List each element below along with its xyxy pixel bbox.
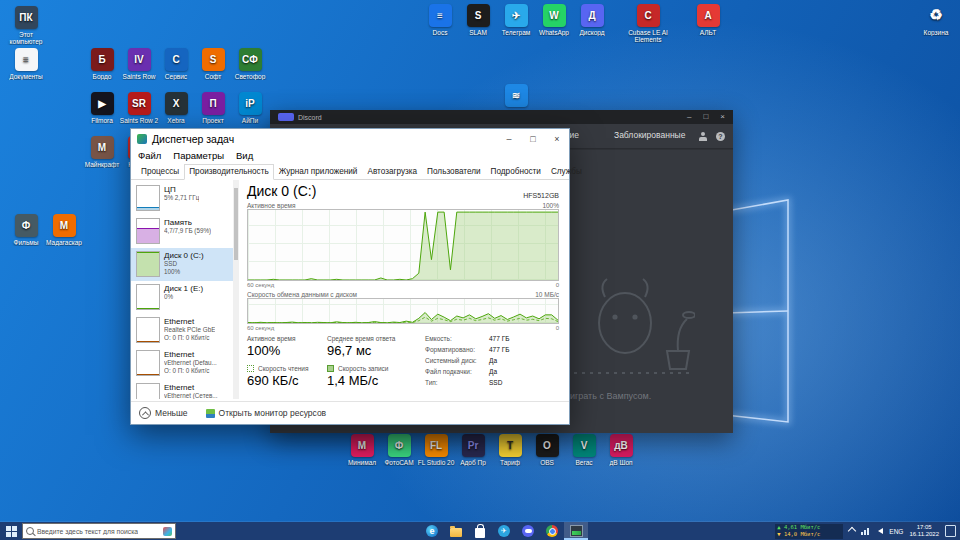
desktop-icon-label: Этот компьютер bbox=[6, 31, 46, 45]
search-highlights-icon[interactable] bbox=[163, 527, 172, 536]
tab[interactable]: Журнал приложений bbox=[274, 164, 363, 180]
desktop-icon[interactable]: Д Дискорд bbox=[572, 4, 612, 36]
desktop-icon[interactable]: S Софт bbox=[193, 48, 233, 80]
discord-toolbar-tab[interactable]: Заблокированные bbox=[614, 130, 685, 140]
detail-value: 477 ГБ bbox=[489, 335, 509, 342]
desktop-icon[interactable]: М Мадагаскар bbox=[44, 214, 84, 246]
desktop-icon[interactable]: ≡ Документы bbox=[6, 48, 46, 80]
start-button[interactable] bbox=[0, 522, 22, 540]
desktop-icon[interactable]: IV Saints Row bbox=[119, 48, 159, 80]
desktop-icon-label: Светофор bbox=[230, 73, 270, 80]
taskbar-app[interactable] bbox=[516, 522, 540, 540]
desktop-icon[interactable]: FL FL Studio 20 bbox=[416, 434, 456, 466]
desktop-icon[interactable]: М Майнкрафт bbox=[82, 136, 122, 168]
desktop-icon[interactable]: W WhatsApp bbox=[534, 4, 574, 36]
desktop-icon-image: М bbox=[53, 214, 76, 237]
tab-bar: Процессы Производительность Журнал прило… bbox=[131, 164, 569, 180]
action-center-icon[interactable] bbox=[945, 525, 956, 537]
desktop-icon[interactable]: Pr Адоб Пр bbox=[453, 434, 493, 466]
resource-detail: 100% bbox=[164, 268, 204, 276]
desktop-icon-glyph: V bbox=[581, 440, 588, 451]
desktop-icon[interactable]: SR Saints Row 2 bbox=[119, 92, 159, 124]
mini-graph bbox=[136, 218, 160, 244]
desktop-icon[interactable]: ПК Этот компьютер bbox=[6, 6, 46, 45]
close-icon[interactable]: × bbox=[545, 129, 569, 149]
new-group-icon[interactable] bbox=[698, 132, 708, 141]
discord-titlebar[interactable]: Discord – □ × bbox=[270, 110, 733, 124]
taskbar-app[interactable] bbox=[540, 522, 564, 540]
desktop-icon[interactable]: M Минимал bbox=[342, 434, 382, 466]
desktop-icon-label: Saints Row bbox=[119, 73, 159, 80]
window-title: Диспетчер задач bbox=[152, 133, 234, 145]
open-resource-monitor-link[interactable]: Открыть монитор ресурсов bbox=[206, 408, 327, 418]
desktop-icon[interactable]: дВ дВ Шоп bbox=[601, 434, 641, 466]
minimize-icon[interactable]: – bbox=[687, 113, 691, 121]
maximize-icon[interactable]: □ bbox=[521, 129, 545, 149]
sidebar-resource-item[interactable]: ЦП 5% 2,71 ГГц bbox=[131, 182, 239, 215]
tab[interactable]: Автозагрузка bbox=[362, 164, 422, 180]
desktop-icon-glyph: А bbox=[704, 10, 711, 21]
taskbar-app[interactable] bbox=[468, 522, 492, 540]
tab[interactable]: Подробности bbox=[486, 164, 546, 180]
desktop-icon[interactable]: ≡ Docs bbox=[420, 4, 460, 36]
menu-item[interactable]: Файл bbox=[138, 150, 161, 161]
clock[interactable]: 17:05 16.11.2022 bbox=[909, 524, 939, 538]
volume-icon[interactable] bbox=[875, 528, 883, 534]
legend-icon bbox=[327, 365, 334, 372]
desktop-icon[interactable]: ▶ Filmora bbox=[82, 92, 122, 124]
desktop-icon[interactable]: Ф Фильмы bbox=[6, 214, 46, 246]
sidebar-resource-item[interactable]: Диск 1 (E:) 0% bbox=[131, 281, 239, 314]
menu-item[interactable]: Параметры bbox=[173, 150, 224, 161]
desktop-icon-label: Телеграм bbox=[496, 29, 536, 36]
minimize-icon[interactable]: – bbox=[497, 129, 521, 149]
desktop-icon[interactable]: V Вегас bbox=[564, 434, 604, 466]
desktop-icon[interactable]: C Cubase LE AI Elements bbox=[628, 4, 668, 43]
sidebar-resource-item[interactable]: Ethernet vEthernet (Сетев... О: 0 П: 0 К… bbox=[131, 380, 239, 399]
desktop-icon[interactable]: П Проект bbox=[193, 92, 233, 124]
hidden-icons-caret[interactable] bbox=[848, 527, 856, 535]
stat-label: Среднее время ответа bbox=[327, 335, 395, 342]
desktop-icon[interactable]: iP АйПи bbox=[230, 92, 270, 124]
taskbar-app[interactable] bbox=[564, 522, 588, 540]
active-time-graph bbox=[247, 209, 559, 281]
time: 17:05 bbox=[909, 524, 939, 531]
desktop-icon[interactable]: Б Бордо bbox=[82, 48, 122, 80]
taskbar-app[interactable] bbox=[492, 522, 516, 540]
desktop-icon[interactable]: Т Тариф bbox=[490, 434, 530, 466]
desktop-icon[interactable]: O OBS bbox=[527, 434, 567, 466]
desktop-icon[interactable]: ✈ Телеграм bbox=[496, 4, 536, 36]
sidebar-resource-item[interactable]: Память 4,7/7,9 ГБ (59%) bbox=[131, 215, 239, 248]
tab[interactable]: Пользователи bbox=[422, 164, 485, 180]
tab[interactable]: Процессы bbox=[136, 164, 184, 180]
menu-item[interactable]: Вид bbox=[236, 150, 253, 161]
taskbar-app[interactable] bbox=[444, 522, 468, 540]
desktop-icon-image: S bbox=[202, 48, 225, 71]
desktop-icon[interactable]: S SLAM bbox=[458, 4, 498, 36]
taskbar-app[interactable] bbox=[420, 522, 444, 540]
language-indicator[interactable]: ENG bbox=[889, 528, 903, 535]
fewer-details-button[interactable]: Меньше bbox=[139, 407, 188, 419]
task-manager-titlebar[interactable]: Диспетчер задач – □ × bbox=[131, 129, 569, 149]
desktop-icon[interactable]: С Сервис bbox=[156, 48, 196, 80]
download-speed: 14,0 Мбит/с bbox=[784, 531, 820, 537]
desktop-icon[interactable]: ♻ Корзина bbox=[916, 4, 956, 36]
disk-stats: Активное время 100% Среднее время ответа bbox=[247, 335, 411, 388]
close-icon[interactable]: × bbox=[720, 113, 725, 121]
desktop-icon-label: АйПи bbox=[230, 117, 270, 124]
desktop-icon[interactable]: Ф ФотоСАМ bbox=[379, 434, 419, 466]
sidebar-resource-item[interactable]: Ethernet Realtek PCIe GbE О: 0 П: 0 Кбит… bbox=[131, 314, 239, 347]
tab[interactable]: Службы bbox=[546, 164, 587, 180]
desktop-icon-image: Ф bbox=[388, 434, 411, 457]
sidebar-resource-item[interactable]: Диск 0 (C:) SSD 100% bbox=[131, 248, 239, 281]
taskbar-search[interactable]: Введите здесь текст для поиска bbox=[22, 523, 176, 539]
sidebar-resource-item[interactable]: Ethernet vEthernet (Defau... О: 0 П: 0 К… bbox=[131, 347, 239, 380]
desktop-icon[interactable]: А АЛЬТ bbox=[688, 4, 728, 36]
tab[interactable]: Производительность bbox=[184, 164, 273, 180]
network-icon[interactable] bbox=[861, 528, 869, 535]
edge-icon bbox=[426, 525, 438, 537]
maximize-icon[interactable]: □ bbox=[703, 113, 708, 121]
detail-row: Системный диск: Да bbox=[425, 357, 509, 364]
help-icon[interactable]: ? bbox=[716, 132, 725, 141]
desktop-icon[interactable]: СФ Светофор bbox=[230, 48, 270, 80]
desktop-icon[interactable]: X Xebra bbox=[156, 92, 196, 124]
